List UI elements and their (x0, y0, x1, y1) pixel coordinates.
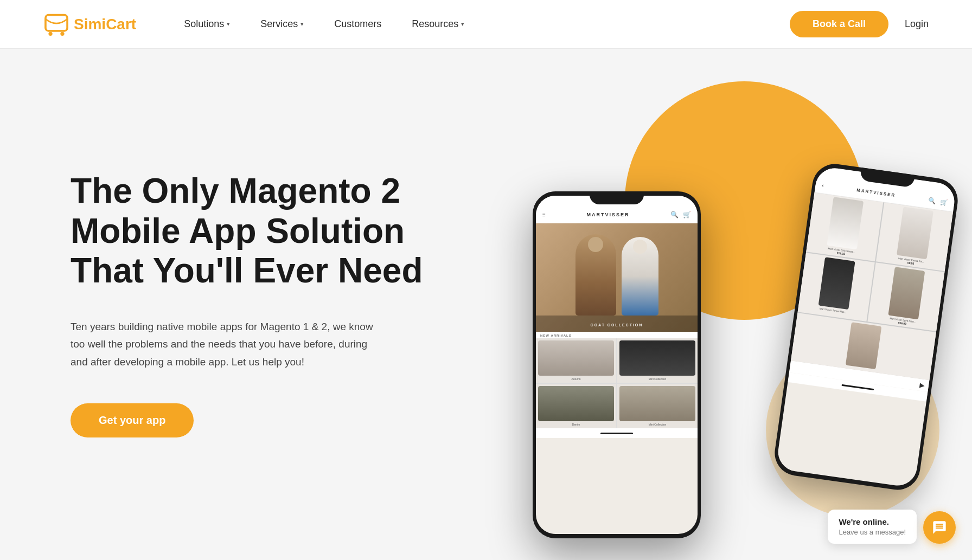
product-label-2: Mini Collection (649, 377, 667, 381)
chat-bubble: We're online. Leave us a message! (828, 510, 917, 544)
home-indicator (600, 433, 633, 434)
product-fig-2 (897, 207, 933, 259)
phone-frame-second: ‹ MARTVISSER 🔍 🛒 Ma (772, 161, 961, 493)
cart-icon: 🛒 (683, 211, 691, 218)
product-cell-2: Mart Visser Pasha Pol... €9.95 (876, 202, 953, 271)
product-label-1: Autumn (571, 377, 580, 381)
logo[interactable]: SimiCart (43, 13, 136, 36)
product-price-1: €19.15 (836, 251, 845, 255)
book-call-button[interactable]: Book a Call (790, 11, 888, 37)
product-grid-second: Mart Visser Chic Street... €19.15 Mart V… (791, 192, 953, 380)
product-fig-3 (818, 257, 855, 310)
product-item-2: Mini Collection (617, 338, 698, 383)
app-header-icons-second: 🔍 🛒 (928, 197, 948, 207)
chat-button[interactable] (923, 511, 956, 544)
phone-screen-second: ‹ MARTVISSER 🔍 🛒 Ma (776, 166, 957, 488)
back-icon: ‹ (822, 182, 824, 188)
product-image-2 (619, 340, 695, 376)
phone-main: ≡ MARTVISSER 🔍 🛒 (533, 191, 701, 538)
phone-notch (590, 191, 644, 204)
collection-label: COAT COLLECTION (591, 323, 643, 327)
product-fig-1 (827, 197, 864, 249)
get-app-button[interactable]: Get your app (71, 403, 194, 437)
chat-widget: We're online. Leave us a message! (828, 510, 956, 544)
product-item-4: Mini Collection (617, 384, 698, 428)
chat-online-title: We're online. (839, 517, 906, 526)
nav-item-resources[interactable]: Resources ▾ (397, 0, 479, 49)
product-cell-1: Mart Visser Chic Street... €19.15 (806, 192, 883, 261)
nav-item-customers[interactable]: Customers (319, 0, 397, 49)
hero-content: The Only Magento 2 Mobile App Solution T… (71, 171, 429, 437)
search-icon-second: 🔍 (928, 197, 937, 205)
chat-icon (932, 520, 947, 535)
logo-icon (43, 13, 69, 36)
app-brand-name: MARTVISSER (586, 212, 629, 217)
svg-point-1 (48, 31, 52, 35)
home-indicator-bar (536, 428, 698, 438)
phone-second: ‹ MARTVISSER 🔍 🛒 Ma (772, 161, 961, 493)
hero-title: The Only Magento 2 Mobile App Solution T… (71, 171, 429, 291)
model-left (575, 234, 616, 316)
product-cell-4: Mart Visser Spirit Print... €06.99 (867, 262, 944, 331)
hamburger-icon: ≡ (542, 212, 546, 218)
hero-visual: ≡ MARTVISSER 🔍 🛒 (484, 49, 972, 560)
svg-point-2 (60, 31, 64, 35)
model-right (622, 237, 658, 316)
phone-screen-main: ≡ MARTVISSER 🔍 🛒 (536, 196, 698, 534)
hero-subtitle: Ten years building native mobile apps fo… (71, 318, 374, 371)
app-brand-name-second: MARTVISSER (856, 188, 896, 198)
product-label-3: Denim (572, 423, 580, 426)
product-price-4: €06.99 (898, 321, 907, 325)
hero-section: The Only Magento 2 Mobile App Solution T… (0, 49, 972, 560)
product-grid: Autumn Mini Collection Denim (536, 338, 698, 428)
app-hero-overlay: COAT COLLECTION (536, 316, 698, 332)
new-arrivals-label: New Arrivals (536, 332, 698, 338)
product-label-4: Mini Collection (649, 423, 667, 426)
product-fig-4 (888, 267, 925, 319)
product-image-4 (619, 386, 695, 421)
search-icon: 🔍 (670, 211, 679, 218)
product-fig-5 (846, 322, 882, 369)
product-image-3 (538, 386, 614, 421)
next-icon: ▶ (919, 381, 925, 389)
product-image-1 (538, 340, 614, 376)
nav-item-services[interactable]: Services ▾ (245, 0, 319, 49)
chevron-down-icon: ▾ (227, 21, 230, 28)
navbar: SimiCart Solutions ▾ Services ▾ Customer… (0, 0, 972, 49)
product-item-3: Denim (536, 384, 616, 428)
logo-text: SimiCart (74, 16, 136, 33)
chevron-down-icon: ▾ (300, 21, 304, 28)
home-indicator-second (841, 384, 874, 390)
nav-links: Solutions ▾ Services ▾ Customers Resourc… (169, 0, 790, 49)
chevron-down-icon: ▾ (461, 21, 464, 28)
product-price-2: €9.95 (907, 261, 915, 265)
nav-item-solutions[interactable]: Solutions ▾ (169, 0, 245, 49)
product-cell-3: Mart Visser Tonya Blac... (798, 253, 875, 321)
cart-icon-second: 🛒 (940, 198, 949, 207)
chat-online-subtitle: Leave us a message! (839, 528, 906, 536)
app-header-icons: 🔍 🛒 (670, 211, 691, 218)
login-link[interactable]: Login (905, 18, 929, 30)
phone-mockups: ≡ MARTVISSER 🔍 🛒 (516, 94, 939, 538)
app-hero-image: COAT COLLECTION (536, 223, 698, 332)
product-item-1: Autumn (536, 338, 616, 383)
phone-frame-main: ≡ MARTVISSER 🔍 🛒 (533, 191, 701, 538)
